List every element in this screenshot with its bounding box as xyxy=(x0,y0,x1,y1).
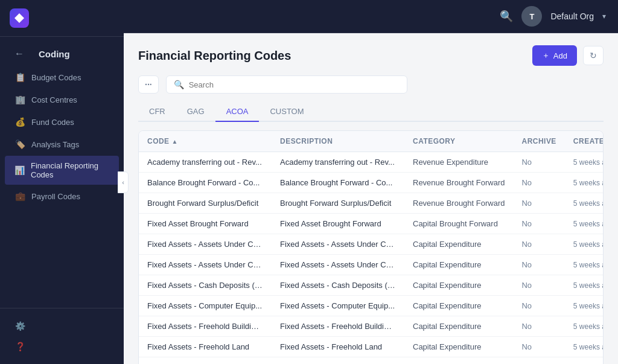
table-row[interactable]: Fixed Assets - Freehold LandFixed Assets… xyxy=(139,337,604,357)
table-row[interactable]: Fixed Assets - Furniture & Equi...Fixed … xyxy=(139,357,604,365)
nav-bottom: ⚙️ ❓ xyxy=(0,308,124,364)
table-cell: No xyxy=(513,255,564,275)
nav-items: 📋 Budget Codes 🏢 Cost Centres 💰 Fund Cod… xyxy=(0,66,124,208)
col-header-description: Description xyxy=(272,131,404,152)
table-cell: Academy transferring out - Rev... xyxy=(139,152,272,173)
table-cell: Capital Expenditure xyxy=(404,316,513,337)
table-cell: 5 weeks ago xyxy=(565,214,604,234)
table-cell: Fixed Assets - Cash Deposits (f... xyxy=(139,275,272,296)
table-row[interactable]: Brought Forward Surplus/DeficitBrought F… xyxy=(139,193,604,214)
table-cell: Fixed Asset Brought Forward xyxy=(272,214,404,234)
financial-reporting-codes-icon: 📊 xyxy=(14,165,25,176)
add-button[interactable]: ＋ Add xyxy=(532,45,577,66)
financial-codes-table: Code▲DescriptionCategoryArchiveCreated A… xyxy=(139,131,604,364)
table-cell: Fixed Assets - Freehold Land xyxy=(139,337,272,357)
refresh-button[interactable]: ↻ xyxy=(583,46,604,65)
more-options-button[interactable]: ··· xyxy=(138,75,159,94)
table-cell: Balance Brought Forward - Co... xyxy=(272,173,404,193)
tab-gag[interactable]: GAG xyxy=(176,102,215,122)
sidebar-item-budget-codes[interactable]: 📋 Budget Codes xyxy=(5,66,119,88)
col-header-code[interactable]: Code▲ xyxy=(139,131,272,152)
table-cell: Brought Forward Surplus/Deficit xyxy=(272,193,404,214)
table-cell: Capital Expenditure xyxy=(404,357,513,365)
table-cell: 5 weeks ago xyxy=(565,234,604,255)
tab-custom[interactable]: CUSTOM xyxy=(259,102,314,122)
sidebar-item-label: Financial Reporting Codes xyxy=(31,161,109,179)
table-row[interactable]: Fixed Asset Brought ForwardFixed Asset B… xyxy=(139,214,604,234)
table-cell: No xyxy=(513,357,564,365)
app-logo-icon xyxy=(14,13,24,23)
table-cell: Capital Expenditure xyxy=(404,275,513,296)
table-row[interactable]: Academy transferring out - Rev...Academy… xyxy=(139,152,604,173)
sidebar-item-analysis-tags[interactable]: 🏷️ Analysis Tags xyxy=(5,133,119,155)
table-cell: No xyxy=(513,234,564,255)
table-row[interactable]: Fixed Assets - Cash Deposits (f...Fixed … xyxy=(139,275,604,296)
table-row[interactable]: Fixed Assets - Assets Under Co...Fixed A… xyxy=(139,234,604,255)
table-cell: Capital Expenditure xyxy=(404,296,513,316)
table-cell: Fixed Assets - Assets Under Co... xyxy=(272,255,404,275)
back-button[interactable]: ← xyxy=(10,45,29,63)
table-cell: 5 weeks ago xyxy=(565,337,604,357)
fund-codes-icon: 💰 xyxy=(14,117,25,127)
nav-section-title: Coding xyxy=(39,49,70,59)
table-cell: Revenue Brought Forward xyxy=(404,193,513,214)
sidebar-item-financial-reporting-codes[interactable]: 📊 Financial Reporting Codes xyxy=(5,156,119,185)
table-header: Code▲DescriptionCategoryArchiveCreated xyxy=(139,131,604,152)
sidebar-item-fund-codes[interactable]: 💰 Fund Codes xyxy=(5,111,119,133)
table-row[interactable]: Fixed Assets - Freehold BuildingsFixed A… xyxy=(139,316,604,337)
table-row[interactable]: Fixed Assets - Computer Equip...Fixed As… xyxy=(139,296,604,316)
table-cell: Capital Brought Forward xyxy=(404,214,513,234)
table-cell: Academy transferring out - Rev... xyxy=(272,152,404,173)
settings-nav-item[interactable]: ⚙️ xyxy=(5,316,119,336)
sidebar-item-label: Payroll Codes xyxy=(31,192,80,201)
search-input[interactable] xyxy=(189,80,400,89)
search-button[interactable]: 🔍 xyxy=(500,10,513,23)
table-cell: 5 weeks ago xyxy=(565,357,604,365)
user-initials: T xyxy=(529,12,534,21)
table-cell: Fixed Assets - Freehold Buildings xyxy=(139,316,272,337)
table-cell: Fixed Assets - Computer Equip... xyxy=(139,296,272,316)
top-bar-right: 🔍 T Default Org ▾ xyxy=(500,6,606,27)
collapse-icon: ‹ xyxy=(122,179,124,186)
table-cell: No xyxy=(513,296,564,316)
table-body: Academy transferring out - Rev...Academy… xyxy=(139,152,604,365)
table-cell: Balance Brought Forward - Co... xyxy=(139,173,272,193)
sidebar-item-payroll-codes[interactable]: 💼 Payroll Codes xyxy=(5,185,119,207)
tabs: CFRGAGACOACUSTOM xyxy=(138,102,604,122)
help-nav-item[interactable]: ❓ xyxy=(5,336,119,357)
table-cell: Fixed Assets - Assets Under Co... xyxy=(272,234,404,255)
table-cell: Fixed Asset Brought Forward xyxy=(139,214,272,234)
table-cell: 5 weeks ago xyxy=(565,316,604,337)
toolbar: ··· 🔍 xyxy=(138,75,604,94)
settings-icon: ⚙️ xyxy=(14,321,25,331)
table-cell: Fixed Assets - Furniture & Equi... xyxy=(272,357,404,365)
col-header-archive: Archive xyxy=(513,131,564,152)
table-cell: Capital Expenditure xyxy=(404,234,513,255)
table-cell: Capital Expenditure xyxy=(404,337,513,357)
search-box: 🔍 xyxy=(166,75,407,94)
content-area: Financial Reporting Codes ＋ Add ↻ ··· 🔍 … xyxy=(124,33,618,364)
table-cell: 5 weeks ago xyxy=(565,152,604,173)
nav-header xyxy=(0,0,124,37)
table-row[interactable]: Fixed Assets - Assets Under Co...Fixed A… xyxy=(139,255,604,275)
table-cell: No xyxy=(513,152,564,173)
tab-acoa[interactable]: ACOA xyxy=(215,102,260,122)
sidebar-item-label: Budget Codes xyxy=(31,73,81,82)
table-cell: Revenue Expenditure xyxy=(404,152,513,173)
table-cell: No xyxy=(513,214,564,234)
table-cell: 5 weeks ago xyxy=(565,275,604,296)
table-cell: Fixed Assets - Assets Under Co... xyxy=(139,255,272,275)
sort-icon: ▲ xyxy=(172,138,178,145)
table-cell: 5 weeks ago xyxy=(565,193,604,214)
add-button-label: Add xyxy=(553,51,567,60)
page-actions: ＋ Add ↻ xyxy=(532,45,604,66)
sidebar-item-cost-centres[interactable]: 🏢 Cost Centres xyxy=(5,89,119,110)
budget-codes-icon: 📋 xyxy=(14,72,25,83)
user-avatar[interactable]: T xyxy=(521,6,542,27)
table-cell: No xyxy=(513,337,564,357)
table-cell: Fixed Assets - Freehold Land xyxy=(272,337,404,357)
table-row[interactable]: Balance Brought Forward - Co...Balance B… xyxy=(139,173,604,193)
tab-cfr[interactable]: CFR xyxy=(138,102,176,122)
collapse-sidebar-button[interactable]: ‹ xyxy=(118,171,129,193)
org-dropdown-icon[interactable]: ▾ xyxy=(602,12,606,21)
